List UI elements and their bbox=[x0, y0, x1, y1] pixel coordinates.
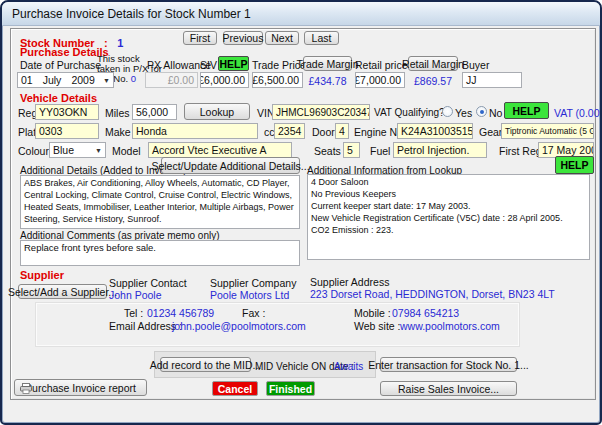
colour-label: Colour bbox=[18, 145, 49, 157]
supplier-contact-label: Supplier Contact bbox=[109, 277, 187, 289]
finished-button[interactable]: Finished bbox=[266, 381, 315, 396]
colour-value: Blue bbox=[53, 144, 74, 156]
website-value[interactable]: www.poolmotors.com bbox=[400, 320, 500, 332]
enter-transaction-button[interactable]: Enter transaction for Stock No. 1... bbox=[380, 357, 517, 372]
select-supplier-button[interactable]: Select/Add a Supplier... bbox=[18, 284, 107, 299]
date-month: July bbox=[43, 74, 62, 86]
retail-margin-button[interactable]: Retail Margin bbox=[408, 56, 458, 71]
purchase-invoice-report-button[interactable]: Purchase Invoice report bbox=[14, 379, 147, 396]
buyer-field[interactable]: JJ bbox=[462, 72, 522, 88]
date-dropdown-arrow-icon[interactable]: ▼ bbox=[101, 77, 110, 84]
date-day: 01 bbox=[21, 74, 33, 86]
vat-no-radio[interactable] bbox=[476, 106, 487, 117]
supplier-address-label: Supplier Address bbox=[310, 276, 389, 288]
update-additional-details-button[interactable]: Select/Update Additional Details... bbox=[161, 157, 300, 174]
window: Purchase Invoice Details for Stock Numbe… bbox=[0, 0, 602, 425]
tel-label: Tel : bbox=[124, 307, 143, 319]
fax-label: Fax : bbox=[242, 307, 265, 319]
vat-rate-value: VAT (0.00%) bbox=[554, 107, 602, 119]
mid-on-date-value: Awaits bbox=[334, 361, 363, 372]
colour-dropdown[interactable]: Blue ▼ bbox=[49, 142, 106, 158]
vin-field[interactable]: JHMCL96903C203470 bbox=[272, 104, 370, 120]
px-stock-number-value: 0 bbox=[131, 73, 136, 84]
raise-sales-invoice-button[interactable]: Raise Sales Invoice... bbox=[380, 381, 517, 396]
supplier-heading: Supplier bbox=[20, 269, 64, 281]
make-field[interactable]: Honda bbox=[132, 123, 258, 139]
supplier-company-label: Supplier Company bbox=[210, 277, 296, 289]
tel-value: 01234 456789 bbox=[147, 307, 214, 319]
purchase-invoice-report-label: Purchase Invoice report bbox=[25, 382, 136, 394]
mobile-label: Mobile : bbox=[354, 307, 391, 319]
date-of-purchase-picker[interactable]: 01 July 2009 ▼ bbox=[17, 72, 114, 88]
siv-label: SIV bbox=[200, 59, 217, 71]
trade-margin-button[interactable]: Trade Margin bbox=[303, 56, 352, 71]
cc-field[interactable]: 2354 bbox=[274, 123, 305, 139]
model-field[interactable]: Accord Vtec Executive A bbox=[148, 142, 292, 158]
previous-button[interactable]: Previous bbox=[223, 31, 263, 45]
window-title: Purchase Invoice Details for Stock Numbe… bbox=[12, 7, 251, 21]
plate-field[interactable]: 0303 bbox=[35, 123, 99, 139]
buyer-label: Buyer bbox=[462, 59, 489, 71]
stock-number-value: 1 bbox=[117, 37, 123, 49]
px-allowance-field: £0.00 bbox=[145, 72, 198, 88]
purchase-details-heading: Purchase Details bbox=[20, 46, 109, 58]
supplier-company-value: Poole Motors Ltd bbox=[210, 289, 289, 301]
make-label: Make bbox=[105, 126, 131, 138]
vat-no-label: No bbox=[489, 107, 502, 119]
miles-label: Miles bbox=[105, 107, 130, 119]
date-year: 2009 bbox=[71, 74, 94, 86]
lookup-help-button[interactable]: HELP bbox=[555, 156, 594, 174]
lookup-button[interactable]: Lookup bbox=[184, 103, 250, 120]
next-button[interactable]: Next bbox=[265, 31, 299, 45]
mobile-value: 07984 654213 bbox=[392, 307, 459, 319]
vat-yes-radio[interactable] bbox=[442, 106, 453, 117]
first-button[interactable]: First bbox=[183, 31, 217, 45]
model-label: Model bbox=[112, 145, 141, 157]
reg-field[interactable]: YY03OKN bbox=[35, 104, 99, 120]
printer-icon bbox=[20, 383, 32, 394]
seats-field[interactable]: 5 bbox=[343, 142, 360, 158]
website-label: Web site : bbox=[354, 320, 401, 332]
additional-info-lookup-box[interactable]: 4 Door Saloon No Previous Keepers Curren… bbox=[307, 174, 590, 260]
trade-margin-value: £434.78 bbox=[303, 75, 352, 87]
title-bar[interactable]: Purchase Invoice Details for Stock Numbe… bbox=[2, 2, 600, 26]
seats-label: Seats bbox=[314, 145, 341, 157]
siv-help-button[interactable]: HELP bbox=[218, 56, 249, 71]
retail-margin-value: £869.57 bbox=[408, 75, 458, 87]
email-value[interactable]: john.poole@poolmotors.com bbox=[172, 320, 306, 332]
status-strip bbox=[10, 400, 596, 421]
additional-details-textarea[interactable]: ABS Brakes, Air Conditioning, Alloy Whee… bbox=[20, 175, 300, 229]
retail-price-field[interactable]: £7,000.00 bbox=[355, 72, 405, 88]
supplier-contact-value: John Poole bbox=[109, 289, 162, 301]
fuel-field[interactable]: Petrol Injection. bbox=[393, 142, 487, 158]
date-of-purchase-label: Date of Purchase bbox=[20, 59, 101, 71]
email-label: Email Address : bbox=[109, 320, 182, 332]
vehicle-details-heading: Vehicle Details bbox=[20, 92, 97, 104]
retail-price-label: Retail price bbox=[355, 59, 408, 71]
vat-qualifying-label: VAT Qualifying? bbox=[374, 107, 445, 118]
additional-comments-textarea[interactable]: Replace front tyres before sale. bbox=[20, 240, 300, 266]
vat-yes-label: Yes bbox=[455, 107, 472, 119]
siv-field[interactable]: £6,000.00 bbox=[200, 72, 249, 88]
miles-field[interactable]: 56,000 bbox=[132, 104, 177, 120]
add-record-mid-button[interactable]: Add record to the MID... bbox=[160, 357, 251, 372]
trade-price-field[interactable]: £6,500.00 bbox=[252, 72, 303, 88]
gears-field[interactable]: Tiptronic Automatic (5 Gears) bbox=[501, 123, 594, 139]
supplier-address-value: 223 Dorset Road, HEDDINGTON, Dorset, BN2… bbox=[310, 288, 555, 300]
colour-dropdown-arrow-icon[interactable]: ▼ bbox=[93, 147, 102, 154]
last-button[interactable]: Last bbox=[304, 31, 339, 45]
vat-help-button[interactable]: HELP bbox=[504, 102, 549, 119]
fuel-label: Fuel bbox=[370, 145, 390, 157]
doors-field[interactable]: 4 bbox=[335, 123, 349, 139]
cancel-button[interactable]: Cancel bbox=[212, 381, 258, 396]
engine-no-field[interactable]: K24A31003515 bbox=[397, 123, 473, 139]
cc-label: cc bbox=[264, 126, 275, 138]
